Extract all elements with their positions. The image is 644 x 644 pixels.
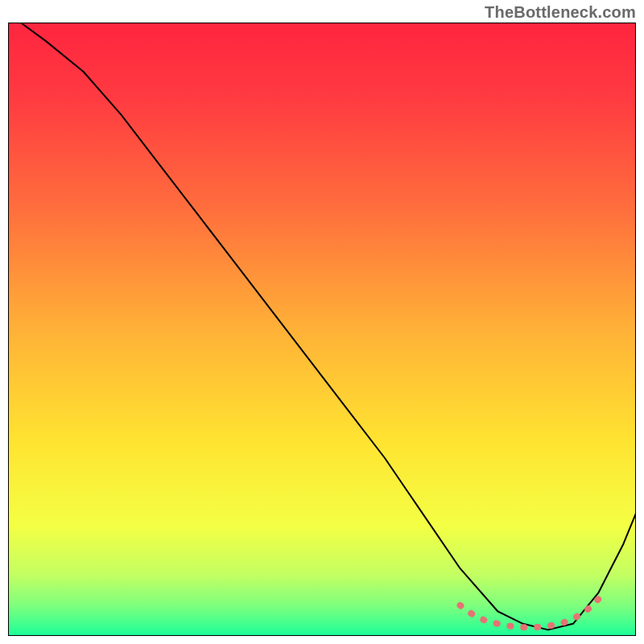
watermark-label: TheBottleneck.com — [485, 3, 636, 22]
plot-background — [8, 23, 636, 636]
chart-stage: TheBottleneck.com — [0, 0, 644, 644]
chart-plot — [8, 23, 636, 636]
